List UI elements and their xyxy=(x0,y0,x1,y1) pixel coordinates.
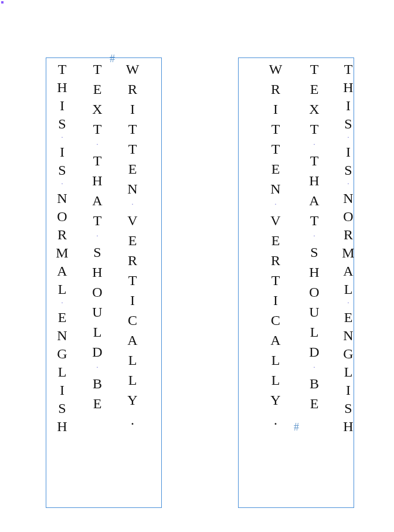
vertical-char: S xyxy=(306,245,322,259)
vertical-char: I xyxy=(340,145,356,159)
vertical-char: Y xyxy=(267,393,284,407)
vertical-text-column-left-3: WRITTEN·VERTICALLY. xyxy=(124,62,141,433)
vertical-char: T xyxy=(124,122,141,136)
vertical-char: H xyxy=(89,265,106,279)
vertical-char: X xyxy=(89,102,106,116)
space-marker: · xyxy=(340,134,356,141)
vertical-char: L xyxy=(124,373,141,387)
vertical-char: E xyxy=(306,82,322,96)
space-marker: · xyxy=(54,180,70,187)
vertical-text-column-left-1: THIS·IS·NORMAL·ENGLISH xyxy=(54,62,70,438)
vertical-char: L xyxy=(54,365,70,379)
vertical-char: H xyxy=(306,174,322,188)
vertical-char: M xyxy=(54,246,70,260)
vertical-char: L xyxy=(340,365,356,379)
vertical-char: . xyxy=(267,413,284,427)
vertical-char: N xyxy=(54,191,70,205)
vertical-char: I xyxy=(340,99,356,113)
vertical-text-column-left-2: TEXT·THAT·SHOULD·BE xyxy=(89,62,106,416)
vertical-char: R xyxy=(54,228,70,242)
vertical-char: L xyxy=(306,325,322,339)
vertical-char: T xyxy=(340,62,356,76)
vertical-char: C xyxy=(267,313,284,327)
vertical-char: S xyxy=(54,163,70,177)
space-marker: · xyxy=(89,141,106,148)
vertical-char: T xyxy=(54,62,70,76)
text-frame-right[interactable] xyxy=(238,57,354,508)
vertical-char: W xyxy=(124,62,141,76)
vertical-char: N xyxy=(124,182,141,196)
space-marker: · xyxy=(306,232,322,239)
space-marker: · xyxy=(54,134,70,141)
vertical-char: I xyxy=(267,293,284,307)
vertical-char: A xyxy=(267,333,284,347)
vertical-char: T xyxy=(267,122,284,136)
space-marker: · xyxy=(340,180,356,187)
space-marker: · xyxy=(306,364,322,371)
space-marker: · xyxy=(89,232,106,239)
space-marker: · xyxy=(306,141,322,148)
vertical-char: I xyxy=(340,383,356,397)
vertical-char: S xyxy=(89,245,106,259)
vertical-char: V xyxy=(124,214,141,228)
vertical-char: W xyxy=(267,62,284,76)
vertical-char: G xyxy=(54,347,70,361)
vertical-char: N xyxy=(340,191,356,205)
vertical-char: R xyxy=(267,82,284,96)
space-marker: · xyxy=(124,201,141,208)
vertical-char: A xyxy=(124,333,141,347)
vertical-char: Y xyxy=(124,393,141,407)
vertical-char: R xyxy=(267,253,284,267)
vertical-char: O xyxy=(306,285,322,299)
vertical-char: H xyxy=(54,80,70,94)
vertical-char: T xyxy=(267,273,284,287)
vertical-char: I xyxy=(124,102,141,116)
vertical-char: I xyxy=(267,102,284,116)
vertical-char: H xyxy=(54,419,70,433)
vertical-char: A xyxy=(340,264,356,278)
vertical-char: H xyxy=(340,80,356,94)
vertical-char: T xyxy=(89,62,106,76)
space-marker: · xyxy=(340,299,356,306)
vertical-char: E xyxy=(54,310,70,324)
vertical-char: T xyxy=(306,122,322,136)
vertical-text-column-right-3: THIS·IS·NORMAL·ENGLISH xyxy=(340,62,356,438)
vertical-char: B xyxy=(89,377,106,391)
vertical-char: E xyxy=(340,310,356,324)
vertical-char: G xyxy=(340,347,356,361)
vertical-char: I xyxy=(54,145,70,159)
vertical-char: T xyxy=(124,142,141,156)
vertical-char: E xyxy=(267,233,284,248)
vertical-char: R xyxy=(124,253,141,267)
vertical-char: C xyxy=(124,313,141,327)
vertical-char: H xyxy=(340,419,356,433)
vertical-char: B xyxy=(306,377,322,391)
vertical-char: T xyxy=(89,122,106,136)
vertical-char: D xyxy=(306,345,322,359)
vertical-char: S xyxy=(340,401,356,415)
vertical-char: H xyxy=(89,174,106,188)
vertical-char: E xyxy=(89,82,106,96)
vertical-char: N xyxy=(54,328,70,343)
vertical-char: T xyxy=(89,154,106,168)
vertical-char: L xyxy=(54,282,70,296)
vertical-char: T xyxy=(89,214,106,228)
vertical-char: R xyxy=(340,228,356,242)
vertical-char: T xyxy=(306,214,322,228)
vertical-char: E xyxy=(267,162,284,176)
space-marker: · xyxy=(267,201,284,208)
vertical-char: S xyxy=(54,117,70,131)
vertical-char: I xyxy=(54,99,70,113)
space-marker: · xyxy=(89,364,106,371)
vertical-char: O xyxy=(54,209,70,223)
vertical-char: D xyxy=(89,345,106,359)
vertical-char: S xyxy=(340,117,356,131)
vertical-char: E xyxy=(89,397,106,411)
space-marker: · xyxy=(54,299,70,306)
vertical-char: U xyxy=(306,305,322,319)
vertical-char: L xyxy=(340,282,356,296)
vertical-char: T xyxy=(306,154,322,168)
vertical-char: S xyxy=(54,401,70,415)
vertical-char: M xyxy=(340,246,356,260)
corner-marker xyxy=(1,1,4,4)
